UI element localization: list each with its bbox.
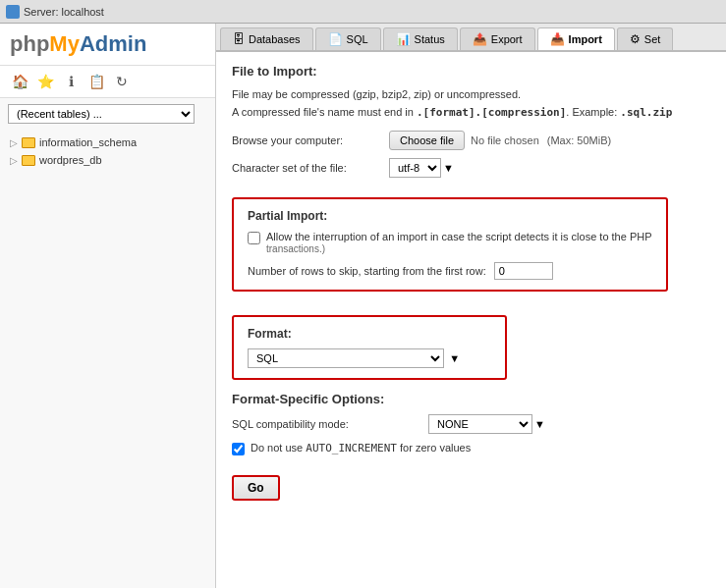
tab-import[interactable]: 📥 Import	[537, 27, 615, 50]
settings-tab-icon: ⚙	[630, 32, 641, 46]
window-icon	[6, 5, 20, 19]
db-name: wordpres_db	[39, 154, 102, 166]
import-tab-icon: 📥	[550, 32, 565, 46]
tab-settings-label: Set	[644, 33, 661, 45]
format-select[interactable]: SQL CSV CSV using LOAD DATA ODS JSON XML	[248, 348, 444, 368]
format-arrow: ▼	[449, 352, 460, 364]
refresh-icon[interactable]: ↻	[112, 72, 132, 91]
allow-interruption-label: Allow the interruption of an import in c…	[266, 231, 652, 254]
recent-tables[interactable]: (Recent tables) ...	[8, 104, 207, 124]
home-icon[interactable]: 🏠	[10, 72, 29, 91]
logo-my: My	[49, 31, 80, 56]
browse-row: Browse your computer: Choose file No fil…	[232, 131, 710, 150]
allow-interruption-row: Allow the interruption of an import in c…	[248, 231, 652, 254]
format-box: Format: SQL CSV CSV using LOAD DATA ODS …	[232, 315, 507, 380]
star-icon[interactable]: ⭐	[35, 72, 55, 91]
window-title: Server: localhost	[24, 6, 104, 18]
recent-tables-select[interactable]: (Recent tables) ...	[8, 104, 195, 124]
tab-sql[interactable]: 📄 SQL	[315, 27, 381, 50]
file-import-info: File may be compressed (gzip, bzip2, zip…	[232, 86, 710, 121]
db-folder-icon	[22, 137, 35, 148]
status-tab-icon: 📊	[396, 32, 411, 46]
db-item-wordpres[interactable]: ▷ wordpres_db	[0, 151, 215, 169]
sql-compat-row: SQL compatibility mode: NONE ANSI DB2 MA…	[232, 414, 710, 434]
browse-label: Browse your computer:	[232, 134, 389, 146]
tab-status-label: Status	[415, 33, 445, 45]
main-content: 🗄 Databases 📄 SQL 📊 Status 📤 Export 📥 Im…	[216, 24, 726, 588]
allow-interruption-checkbox[interactable]	[248, 232, 260, 244]
partial-import-title: Partial Import:	[248, 209, 652, 223]
db-item-information-schema[interactable]: ▷ information_schema	[0, 134, 215, 151]
info-line1: File may be compressed (gzip, bzip2, zip…	[232, 88, 521, 100]
sidebar: phpMyAdmin 🏠 ⭐ ℹ 📋 ↻ (Recent tables) ...…	[0, 24, 216, 588]
import-content: File to Import: File may be compressed (…	[216, 52, 726, 512]
sidebar-icons: 🏠 ⭐ ℹ 📋 ↻	[0, 66, 215, 98]
auto-increment-row: Do not use AUTO_INCREMENT for zero value…	[232, 442, 710, 455]
info-code: .[format].[compression]	[417, 106, 566, 119]
tab-databases-label: Databases	[249, 33, 301, 45]
tab-export[interactable]: 📤 Export	[460, 27, 535, 50]
sql-compat-label: SQL compatibility mode:	[232, 418, 428, 430]
logo-admin: Admin	[80, 31, 146, 56]
charset-arrow: ▼	[443, 162, 454, 174]
compat-arrow: ▼	[534, 418, 545, 430]
copy-icon[interactable]: 📋	[86, 72, 106, 91]
file-import-title: File to Import:	[232, 64, 710, 79]
info-example: . Example:	[566, 106, 620, 118]
tab-status[interactable]: 📊 Status	[383, 27, 458, 50]
logo-php: php	[10, 31, 49, 56]
tab-databases[interactable]: 🗄 Databases	[220, 27, 313, 50]
tab-export-label: Export	[491, 33, 523, 45]
auto-increment-checkbox[interactable]	[232, 443, 245, 455]
sql-tab-icon: 📄	[328, 32, 343, 46]
export-tab-icon: 📤	[473, 32, 487, 46]
auto-increment-label: Do not use AUTO_INCREMENT for zero value…	[251, 442, 471, 454]
databases-tab-icon: 🗄	[233, 32, 245, 46]
logo-area: phpMyAdmin	[0, 24, 215, 66]
db-name: information_schema	[39, 136, 137, 148]
info-icon[interactable]: ℹ	[61, 72, 81, 91]
info-example-code: .sql.zip	[620, 106, 672, 119]
charset-select[interactable]: utf-8	[389, 158, 441, 178]
tab-settings[interactable]: ⚙ Set	[617, 27, 674, 50]
db-expand-icon: ▷	[10, 137, 18, 148]
db-folder-icon	[22, 155, 35, 166]
format-options: SQL compatibility mode: NONE ANSI DB2 MA…	[232, 414, 710, 455]
db-expand-icon: ▷	[10, 155, 18, 166]
charset-label: Character set of the file:	[232, 162, 389, 174]
format-title: Format:	[248, 327, 491, 341]
info-line2: A compressed file's name must end in	[232, 106, 417, 118]
window-titlebar: Server: localhost	[0, 0, 726, 24]
db-list: ▷ information_schema ▷ wordpres_db	[0, 130, 215, 173]
format-specific-title: Format-Specific Options:	[232, 392, 710, 406]
no-file-text: No file chosen	[471, 134, 539, 146]
choose-file-button[interactable]: Choose file	[389, 131, 465, 150]
skip-rows-label: Number of rows to skip, starting from th…	[248, 265, 486, 277]
tab-import-label: Import	[569, 33, 602, 45]
tab-sql-label: SQL	[347, 33, 368, 45]
sql-compat-select[interactable]: NONE ANSI DB2 MAXDB MYSQL323 MSSQL ORACL…	[428, 414, 532, 434]
skip-rows-input[interactable]	[494, 262, 553, 280]
skip-rows-row: Number of rows to skip, starting from th…	[248, 262, 652, 280]
tab-bar: 🗄 Databases 📄 SQL 📊 Status 📤 Export 📥 Im…	[216, 24, 726, 52]
max-size-text: (Max: 50MiB)	[547, 134, 611, 146]
charset-row: Character set of the file: utf-8 ▼	[232, 158, 710, 178]
partial-import-box: Partial Import: Allow the interruption o…	[232, 197, 668, 292]
go-button[interactable]: Go	[232, 475, 280, 501]
